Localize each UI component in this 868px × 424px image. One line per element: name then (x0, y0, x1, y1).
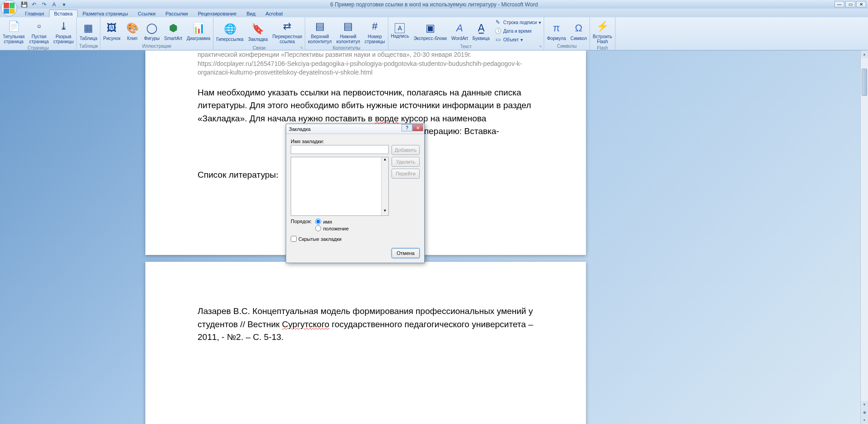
blank-page-icon: ▫ (32, 19, 46, 34)
office-button[interactable] (1, 0, 17, 16)
shapes-button[interactable]: ◯Фигуры (142, 20, 161, 42)
table-button[interactable]: ▦Таблица (78, 20, 99, 42)
tab-references[interactable]: Ссылки (133, 10, 161, 17)
dialog-title-bar[interactable]: Закладка ? ✕ (286, 124, 424, 134)
scroll-thumb[interactable] (862, 69, 867, 96)
scroll-up-button[interactable]: ▲ (861, 50, 868, 58)
redo-icon[interactable]: ↷ (40, 1, 48, 8)
delete-button[interactable]: Удалить (392, 157, 420, 167)
group-pages: 📄Титульная страница ▫Пустая страница ⤓Ра… (0, 17, 77, 50)
object-icon: ▭ (494, 36, 501, 43)
sigline-icon: ✎ (494, 19, 501, 26)
group-text-label: Текст (389, 44, 543, 50)
tab-layout[interactable]: Разметка страницы (78, 10, 133, 17)
smartart-button[interactable]: ⬢SmartArt (163, 20, 184, 42)
ribbon-tabs: Главная Вставка Разметка страницы Ссылки… (0, 9, 868, 17)
group-text: AНадпись ▣Экспресс-блоки AWordArt A̲Букв… (388, 17, 545, 50)
header-button[interactable]: ▤Верхний колонтитул (306, 18, 333, 45)
group-tables: ▦Таблица Таблицы (77, 17, 100, 50)
bookmark-name-input[interactable] (291, 145, 389, 154)
hyperlink-button[interactable]: 🌐Гиперссылка (214, 21, 245, 43)
save-icon[interactable]: 💾 (20, 1, 28, 8)
qat-extra-icon[interactable]: A (50, 1, 58, 8)
hidden-bookmarks-checkbox[interactable]: Скрытые закладки (291, 236, 420, 242)
group-symbols: πФормула ΩСимвол Символы (544, 17, 590, 50)
blank-page-button[interactable]: ▫Пустая страница (27, 18, 50, 45)
chart-button[interactable]: 📊Диаграмма (185, 20, 212, 42)
document-page-2[interactable]: Лазарев В.С. Концептуальная модель форми… (145, 262, 586, 424)
bookmark-dialog: Закладка ? ✕ Имя закладки: Добавить ▲ ▼ … (286, 124, 425, 263)
group-links: 🌐Гиперссылка 🔖Закладка ⇄Перекрестная ссы… (213, 17, 305, 50)
list-scrollbar[interactable]: ▲ ▼ (381, 157, 388, 215)
embed-flash-button[interactable]: ⚡Встроить Flash (591, 18, 614, 45)
bookmark-list[interactable]: ▲ ▼ (291, 157, 389, 216)
next-page-button[interactable]: ▾ (861, 416, 868, 424)
title-bar: 💾 ↶ ↷ A ▾ 6 Пример подготовки ссылки в w… (0, 0, 868, 9)
tab-mailings[interactable]: Рассылки (160, 10, 193, 17)
sigline-button[interactable]: ✎Строка подписи ▾ (492, 18, 543, 26)
sort-name-radio[interactable]: имя (315, 219, 348, 224)
dropcap-button[interactable]: A̲Буквица (471, 20, 491, 42)
doc-paragraph-2: Лазарев В.С. Концептуальная модель форми… (198, 305, 534, 344)
cover-page-button[interactable]: 📄Титульная страница (1, 18, 26, 45)
quickparts-icon: ▣ (423, 21, 437, 35)
list-scroll-down-icon[interactable]: ▼ (382, 209, 388, 215)
tab-review[interactable]: Рецензирование (193, 10, 242, 17)
textbox-button[interactable]: AНадпись (389, 22, 411, 40)
scroll-down-button[interactable]: ▼ (861, 401, 868, 409)
bookmark-button[interactable]: 🔖Закладка (246, 21, 269, 43)
close-button[interactable]: ✕ (856, 1, 866, 7)
pagenum-button[interactable]: #Номер страницы (363, 18, 387, 45)
textbox-icon: A (395, 23, 405, 33)
equation-icon: π (549, 21, 564, 35)
qat-dropdown-icon[interactable]: ▾ (60, 1, 68, 8)
sort-location-radio[interactable]: положение (315, 225, 348, 231)
group-flash: ⚡Встроить Flash Flash (590, 17, 615, 50)
datetime-button[interactable]: 🕓Дата и время (492, 27, 543, 35)
undo-icon[interactable]: ↶ (30, 1, 38, 8)
footer-button[interactable]: ▤Нижний колонтитул (334, 18, 362, 45)
tab-acrobat[interactable]: Acrobat (261, 10, 288, 17)
maximize-button[interactable]: ▭ (845, 1, 855, 7)
window-title: 6 Пример подготовки ссылки в word на исп… (330, 1, 538, 8)
clip-button[interactable]: 🎨Клип (123, 20, 141, 42)
symbol-button[interactable]: ΩСимвол (569, 20, 589, 42)
doc-grey-text: практической конференции «Перспективы ра… (198, 50, 534, 77)
dialog-help-button[interactable]: ? (402, 124, 412, 131)
vertical-scrollbar[interactable]: ▲ ▼ ◉ ▾ (860, 50, 868, 424)
tab-home[interactable]: Главная (20, 10, 49, 17)
wordart-button[interactable]: AWordArt (450, 20, 470, 42)
clip-icon: 🎨 (125, 21, 139, 35)
group-symbols-label: Символы (545, 43, 589, 49)
add-button[interactable]: Добавить (392, 145, 420, 155)
picture-icon: 🖼 (104, 21, 119, 35)
group-headerfooter: ▤Верхний колонтитул ▤Нижний колонтитул #… (305, 17, 388, 50)
window-controls: — ▭ ✕ (834, 1, 866, 7)
office-logo-icon (4, 3, 15, 14)
shapes-icon: ◯ (144, 21, 159, 35)
group-illustrations: 🖼Рисунок 🎨Клип ◯Фигуры ⬢SmartArt 📊Диагра… (100, 17, 213, 50)
dialog-body: Имя закладки: Добавить ▲ ▼ Удалить Перей… (286, 134, 424, 263)
quickparts-button[interactable]: ▣Экспресс-блоки (412, 20, 448, 42)
flash-icon: ⚡ (595, 19, 610, 34)
dropcap-icon: A̲ (474, 21, 488, 35)
tab-insert[interactable]: Вставка (49, 10, 78, 17)
bookmark-name-label: Имя закладки: (291, 139, 420, 144)
list-scroll-up-icon[interactable]: ▲ (382, 157, 388, 164)
minimize-button[interactable]: — (834, 1, 844, 7)
equation-button[interactable]: πФормула (545, 20, 568, 42)
pagenum-icon: # (367, 19, 382, 34)
dialog-close-button[interactable]: ✕ (412, 124, 423, 131)
object-button[interactable]: ▭Объект ▾ (492, 35, 543, 44)
page-break-button[interactable]: ⤓Разрыв страницы (51, 18, 75, 45)
ribbon: 📄Титульная страница ▫Пустая страница ⤓Ра… (0, 17, 868, 50)
goto-button[interactable]: Перейти (392, 169, 420, 179)
tab-view[interactable]: Вид (242, 10, 261, 17)
prev-page-button[interactable]: ◉ (861, 409, 868, 416)
crossref-button[interactable]: ⇄Перекрестная ссылка (271, 18, 304, 45)
header-icon: ▤ (312, 19, 327, 34)
picture-button[interactable]: 🖼Рисунок (101, 20, 122, 42)
symbol-icon: Ω (571, 21, 586, 35)
cancel-button[interactable]: Отмена (392, 248, 420, 258)
footer-icon: ▤ (341, 19, 356, 34)
